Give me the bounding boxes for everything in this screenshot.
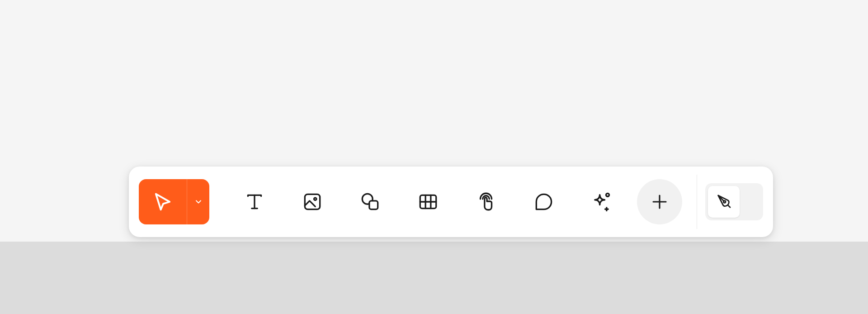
pen-toggle-icon-wrapper [708, 186, 740, 218]
select-tool-button[interactable] [139, 179, 187, 224]
add-tool-button[interactable] [637, 179, 682, 224]
interaction-tool-button[interactable] [463, 179, 509, 224]
pen-icon [714, 192, 733, 211]
tap-icon [475, 190, 497, 213]
image-tool-button[interactable] [290, 179, 335, 224]
pen-toggle[interactable] [705, 183, 763, 220]
text-icon [243, 190, 266, 213]
svg-point-8 [606, 193, 609, 196]
cursor-icon [151, 190, 175, 214]
image-icon [301, 190, 324, 213]
ai-tool-button[interactable] [579, 179, 624, 224]
table-tool-button[interactable] [406, 179, 451, 224]
bottom-strip [0, 242, 868, 314]
text-tool-button[interactable] [232, 179, 277, 224]
chat-tool-button[interactable] [521, 179, 566, 224]
shape-icon [359, 190, 382, 213]
svg-rect-3 [369, 201, 378, 209]
chat-icon [533, 190, 555, 213]
canvas-area[interactable] [0, 0, 868, 314]
chevron-down-icon [194, 197, 203, 206]
pen-toggle-track [740, 186, 760, 218]
table-icon [417, 190, 439, 213]
sparkle-icon [590, 190, 613, 214]
select-tool-group [139, 179, 209, 224]
svg-point-1 [314, 198, 316, 200]
toolbar [129, 167, 773, 237]
svg-rect-0 [305, 194, 320, 209]
plus-icon [650, 192, 669, 211]
toolbar-divider [697, 175, 697, 229]
shape-tool-button[interactable] [348, 179, 393, 224]
select-tool-dropdown[interactable] [187, 179, 209, 224]
